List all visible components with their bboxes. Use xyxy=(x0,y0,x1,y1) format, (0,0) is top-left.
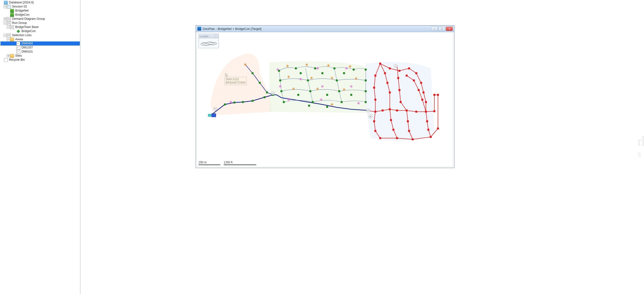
tree-label: Database [2024.0] xyxy=(8,0,34,4)
expander-collapse[interactable] xyxy=(7,25,10,29)
geoplan-window[interactable]: GeoPlan - BridgeNet + BridgeCon [Target]… xyxy=(196,25,454,168)
group-icon xyxy=(7,17,11,21)
scale-imperial-line xyxy=(224,165,256,165)
recycle-bin-icon xyxy=(4,58,8,62)
expander-expand[interactable] xyxy=(7,54,10,57)
network-icon xyxy=(10,9,14,13)
tree-node-sites[interactable]: Sites xyxy=(0,54,80,58)
maximize-button[interactable]: ☐ xyxy=(438,27,445,31)
tree-label: BridgeCon xyxy=(15,13,30,17)
database-tree[interactable]: Database [2024.0] Session 02 BridgeNet B… xyxy=(0,0,80,62)
network-icon xyxy=(10,13,14,17)
scale-bar: 250 m 1250 ft xyxy=(198,160,256,165)
window-buttons: — ☐ ✕ xyxy=(431,27,453,31)
selection-icon xyxy=(16,42,20,45)
geoplan-titlebar[interactable]: GeoPlan - BridgeNet + BridgeCon [Target]… xyxy=(196,25,454,32)
svg-rect-20 xyxy=(212,113,216,117)
expander-none xyxy=(13,42,16,45)
tree-label: BridgeNet xyxy=(15,9,29,13)
tree-label: DM0404 xyxy=(21,41,33,45)
scale-metric-line xyxy=(198,165,220,165)
tree-label: Run Group xyxy=(12,21,27,25)
selection-icon xyxy=(16,46,20,50)
expander-none xyxy=(7,13,10,16)
watermark-fragment: rls xyxy=(638,136,644,158)
expander-collapse[interactable] xyxy=(4,21,7,24)
run-icon xyxy=(10,25,14,29)
tree-node-dm1337[interactable]: DM1337 xyxy=(0,45,80,50)
expander-none xyxy=(0,1,4,4)
content-area: rls GeoPlan - BridgeNet + BridgeCon [Tar… xyxy=(81,0,644,294)
folder-icon xyxy=(10,54,14,58)
diamond-icon xyxy=(16,29,20,33)
scale-imperial-label: 1250 ft xyxy=(224,161,256,164)
map-canvas[interactable]: Locator × DMA 010 xyxy=(197,32,453,167)
tree-label: Areas xyxy=(15,37,24,41)
tree-node-demand-diagram-group[interactable]: Demand Diagram Group xyxy=(0,17,80,21)
database-icon xyxy=(4,1,8,4)
selection-lists-icon xyxy=(7,33,11,37)
tree-label: Recycle Bin xyxy=(8,58,25,62)
folder-icon xyxy=(10,38,14,41)
tree-node-dm0101[interactable]: DM0101 xyxy=(0,50,80,54)
database-tree-panel[interactable]: Database [2024.0] Session 02 BridgeNet B… xyxy=(0,0,81,294)
expander-none xyxy=(13,46,16,49)
tree-node-run-group[interactable]: Run Group xyxy=(0,21,80,25)
close-button[interactable]: ✕ xyxy=(446,27,453,31)
network-map-svg[interactable]: M H xyxy=(197,32,453,167)
tree-node-selection-lists[interactable]: Selection Lists xyxy=(0,33,80,37)
expander-expand[interactable] xyxy=(4,17,7,20)
tree-label: Sites xyxy=(15,54,22,58)
tree-label: DM0101 xyxy=(21,50,33,54)
expander-none xyxy=(7,9,10,12)
tree-label: Demand Diagram Group xyxy=(12,17,45,21)
tree-node-bridgenet[interactable]: BridgeNet xyxy=(0,9,80,13)
session-icon xyxy=(7,5,11,9)
expander-collapse[interactable] xyxy=(4,5,7,8)
group-icon xyxy=(7,21,11,25)
tree-node-session[interactable]: Session 02 xyxy=(0,4,80,9)
tree-node-bridgecon[interactable]: BridgeCon xyxy=(0,13,80,17)
tree-node-recycle-bin[interactable]: Recycle Bin xyxy=(0,58,80,62)
tree-label: DM1337 xyxy=(21,45,33,50)
tree-label: Selection Lists xyxy=(12,33,32,37)
expander-none xyxy=(13,50,16,53)
svg-rect-21 xyxy=(208,114,211,116)
tree-node-database-root[interactable]: Database [2024.0] xyxy=(0,0,80,4)
geoplan-title: GeoPlan - BridgeNet + BridgeCon [Target] xyxy=(203,27,430,31)
selection-icon xyxy=(16,50,20,54)
tree-node-bridgecon-child[interactable]: BridgeCon xyxy=(0,29,80,33)
tree-node-bridgetown-base[interactable]: BridgeTown Base xyxy=(0,25,80,29)
tree-label: BridgeTown Base xyxy=(15,25,39,29)
scale-metric-label: 250 m xyxy=(198,161,220,164)
tree-label: Session 02 xyxy=(12,4,28,9)
geoplan-app-icon xyxy=(197,27,201,31)
expander-none xyxy=(13,30,16,33)
tree-label: BridgeCon xyxy=(21,29,36,33)
minimize-button[interactable]: — xyxy=(431,27,438,31)
expander-collapse[interactable] xyxy=(7,38,10,41)
expander-collapse[interactable] xyxy=(4,34,7,37)
tree-node-dm0404[interactable]: DM0404 xyxy=(0,41,80,45)
tree-node-areas[interactable]: Areas xyxy=(0,37,80,41)
expander-none xyxy=(0,58,4,61)
